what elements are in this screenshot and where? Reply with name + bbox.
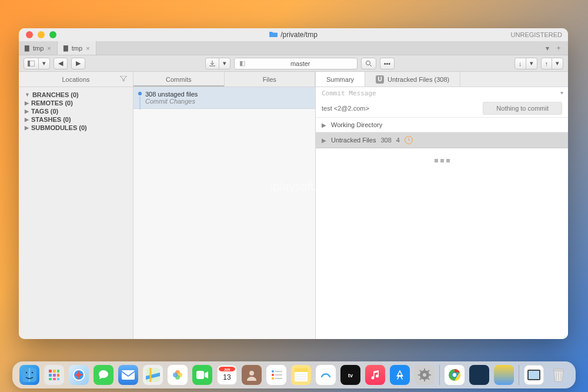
pull-button[interactable]: ↓▾ bbox=[514, 58, 537, 69]
more-button[interactable]: ••• bbox=[380, 58, 395, 69]
svg-rect-46 bbox=[529, 371, 539, 379]
sidebar-item-tags[interactable]: ▶TAGS (0) bbox=[25, 107, 127, 115]
branch-selector[interactable]: ◧ master bbox=[234, 58, 358, 69]
dock-app-appstore[interactable] bbox=[390, 365, 410, 385]
dock-app-other-2[interactable] bbox=[494, 365, 514, 385]
svg-rect-35 bbox=[295, 368, 308, 372]
push-button[interactable]: ↑▾ bbox=[541, 58, 564, 69]
commit-message-input[interactable]: Commit Message bbox=[316, 87, 568, 99]
svg-rect-10 bbox=[53, 374, 56, 377]
dock-app-facetime[interactable] bbox=[192, 365, 212, 385]
sidebar-item-branches[interactable]: ▼BRANCHES (0) bbox=[25, 91, 127, 99]
loading-indicator bbox=[316, 148, 568, 173]
svg-rect-1 bbox=[28, 61, 30, 67]
svg-rect-12 bbox=[49, 378, 52, 380]
dock-separator bbox=[439, 365, 440, 385]
commit-dot-icon bbox=[138, 92, 142, 95]
close-icon[interactable]: × bbox=[47, 45, 51, 52]
tab-tmp-2[interactable]: ▇ tmp × bbox=[58, 41, 96, 55]
svg-rect-32 bbox=[275, 374, 282, 376]
app-window: /private/tmp UNREGISTERED ▇ tmp × ▇ tmp … bbox=[19, 28, 568, 339]
tab-tmp-1[interactable]: ▇ tmp × bbox=[19, 41, 58, 55]
commits-column: Commits Files 308 unstaged files Commit … bbox=[133, 72, 316, 339]
svg-rect-37 bbox=[319, 368, 332, 381]
dock-app-mail[interactable] bbox=[118, 365, 138, 385]
section-working-directory[interactable]: ▶ Working Directory bbox=[316, 118, 568, 132]
sidebar-item-submodules[interactable]: ▶SUBMODULES (0) bbox=[25, 124, 127, 132]
dock-app-photos[interactable] bbox=[168, 365, 188, 385]
tab-commits[interactable]: Commits bbox=[133, 72, 225, 87]
dock-app-safari[interactable] bbox=[69, 365, 89, 385]
svg-rect-9 bbox=[49, 374, 52, 377]
dock-app-chrome[interactable] bbox=[445, 365, 465, 385]
dropdown-icon[interactable]: ▾ bbox=[560, 89, 563, 96]
untracked-badge-icon: U bbox=[376, 75, 384, 84]
dock-app-reminders[interactable] bbox=[266, 365, 286, 385]
window-title: /private/tmp bbox=[280, 31, 318, 39]
sidebar-item-remotes[interactable]: ▶REMOTES (0) bbox=[25, 99, 127, 107]
filter-icon[interactable] bbox=[120, 76, 127, 83]
untracked-extra: 4 bbox=[396, 137, 400, 144]
search-button[interactable] bbox=[361, 58, 376, 69]
nothing-to-commit-button[interactable]: Nothing to commit bbox=[483, 102, 562, 115]
dock: JUN13 tv bbox=[12, 361, 576, 388]
svg-point-33 bbox=[272, 377, 274, 380]
dock-app-preview[interactable] bbox=[524, 365, 544, 385]
commit-title: 308 unstaged files bbox=[145, 91, 309, 98]
section-untracked-files[interactable]: ▶ Untracked Files 308 4 bbox=[316, 132, 568, 148]
svg-point-29 bbox=[272, 370, 274, 373]
stash-button[interactable]: ▾ bbox=[205, 58, 230, 69]
forward-button[interactable]: ▶ bbox=[71, 58, 85, 69]
sidebar-toggle-button[interactable]: ▾ bbox=[24, 58, 50, 69]
svg-rect-17 bbox=[122, 370, 135, 380]
untracked-count: 308 bbox=[380, 137, 391, 144]
dock-app-calendar[interactable]: JUN13 bbox=[217, 365, 237, 385]
dock-app-messages[interactable] bbox=[93, 365, 113, 385]
dock-app-tv[interactable]: tv bbox=[340, 365, 360, 385]
svg-rect-30 bbox=[275, 371, 282, 372]
sidebar-item-stashes[interactable]: ▶STASHES (0) bbox=[25, 115, 127, 124]
commit-author: test <2@2.com> bbox=[322, 105, 369, 112]
dock-separator bbox=[519, 365, 519, 385]
chevron-right-icon: ▶ bbox=[322, 137, 326, 144]
svg-text:tv: tv bbox=[348, 373, 353, 378]
dock-app-launchpad[interactable] bbox=[44, 365, 64, 385]
dock-app-contacts[interactable] bbox=[242, 365, 262, 385]
dock-app-maps[interactable] bbox=[143, 365, 163, 385]
tab-files[interactable]: Files bbox=[225, 72, 316, 87]
tab-untracked[interactable]: U Untracked Files (308) bbox=[365, 72, 460, 87]
commit-subtitle: Commit Changes bbox=[145, 98, 309, 105]
close-icon[interactable]: × bbox=[86, 45, 89, 52]
tab-summary[interactable]: Summary bbox=[316, 72, 365, 87]
tab-label: tmp bbox=[33, 45, 44, 52]
svg-point-31 bbox=[272, 374, 274, 376]
svg-text:JUN: JUN bbox=[224, 368, 230, 371]
chevron-right-icon: ▶ bbox=[322, 122, 326, 128]
folder-icon: ▇ bbox=[64, 45, 68, 51]
dock-app-finder[interactable] bbox=[19, 365, 39, 385]
svg-point-4 bbox=[26, 372, 27, 373]
svg-point-5 bbox=[32, 372, 33, 373]
svg-rect-6 bbox=[49, 370, 52, 373]
dock-app-notes[interactable] bbox=[291, 365, 311, 385]
tab-filter-icon[interactable]: ▾ bbox=[546, 44, 549, 52]
sidebar: Locations ▼BRANCHES (0) ▶REMOTES (0) ▶TA… bbox=[19, 72, 133, 339]
unregistered-label: UNREGISTERED bbox=[511, 31, 562, 38]
dock-app-trash[interactable] bbox=[549, 365, 569, 385]
branch-name: master bbox=[249, 60, 352, 67]
svg-rect-8 bbox=[57, 370, 59, 373]
dock-app-settings[interactable] bbox=[415, 365, 435, 385]
detail-panel: Summary U Untracked Files (308) Commit M… bbox=[316, 72, 568, 339]
svg-point-28 bbox=[249, 371, 254, 376]
commit-item-unstaged[interactable]: 308 unstaged files Commit Changes bbox=[133, 87, 315, 109]
svg-point-22 bbox=[173, 373, 178, 377]
back-button[interactable]: ◀ bbox=[54, 58, 68, 69]
dock-app-freeform[interactable] bbox=[316, 365, 336, 385]
svg-rect-11 bbox=[57, 374, 59, 377]
svg-rect-14 bbox=[57, 378, 59, 380]
svg-text:13: 13 bbox=[223, 373, 231, 381]
new-tab-button[interactable]: ＋ bbox=[555, 43, 562, 53]
dock-app-other-1[interactable] bbox=[469, 365, 489, 385]
dock-app-music[interactable] bbox=[365, 365, 385, 385]
file-tabbar: ▇ tmp × ▇ tmp × ▾ ＋ bbox=[19, 41, 568, 55]
